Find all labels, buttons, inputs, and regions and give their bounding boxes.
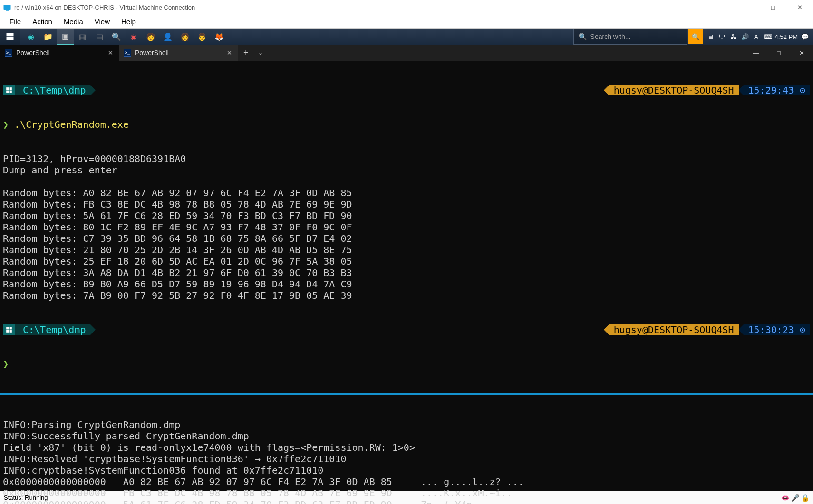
tray-clock[interactable]: 4:52 PM: [775, 33, 798, 40]
terminal-icon[interactable]: ▣: [57, 29, 74, 45]
prompt-path-segment: C:\Temp\dmp: [15, 324, 90, 335]
tab-close-icon[interactable]: ✕: [227, 49, 232, 57]
new-tab-button[interactable]: +: [238, 48, 254, 58]
command-line: ❯ .\CryptGenRandom.exe: [3, 119, 810, 130]
term-maximize-button[interactable]: □: [767, 45, 790, 61]
prompt-time-segment: 15:29:43 ⊙: [744, 85, 810, 95]
powershell-icon: >_: [124, 49, 131, 57]
tab-dropdown-button[interactable]: ⌄: [254, 49, 267, 56]
vm-maximize-button[interactable]: □: [760, 0, 786, 15]
edge-icon[interactable]: ◉: [22, 29, 39, 45]
svg-rect-13: [10, 330, 12, 333]
svg-rect-5: [10, 37, 14, 40]
menu-file[interactable]: File: [4, 16, 27, 28]
svg-rect-3: [10, 33, 14, 37]
powershell-icon: >_: [5, 49, 12, 57]
taskbar-pinned-apps: ◉ 📁 ▣ ▦ ▤ 🔍 ◉ 🧑 👤 👩 👨 🦊: [22, 29, 228, 45]
magnifier-icon: 🔍: [692, 33, 699, 40]
vm-close-button[interactable]: ✕: [786, 0, 813, 15]
prompt-time-segment: 15:30:23 ⊙: [744, 324, 810, 335]
terminal-tab-1[interactable]: >_ PowerShell ✕: [0, 45, 119, 61]
vm-icon: [3, 3, 11, 12]
tray-text-icon[interactable]: A: [752, 33, 761, 40]
menu-view[interactable]: View: [89, 16, 116, 28]
firefox-icon[interactable]: 🦊: [211, 29, 228, 45]
terminal-window: >_ PowerShell ✕ >_ PowerShell ✕ + ⌄ — □ …: [0, 45, 813, 491]
search-app-icon[interactable]: 🔍: [108, 29, 125, 45]
tray-monitor-icon[interactable]: 🖥: [707, 33, 715, 40]
svg-rect-6: [6, 87, 9, 90]
prompt-path-segment: C:\Temp\dmp: [15, 85, 90, 95]
app-icon-2[interactable]: ▤: [91, 29, 108, 45]
explorer-icon[interactable]: 📁: [39, 29, 57, 45]
tab-close-icon[interactable]: ✕: [108, 49, 113, 57]
svg-rect-11: [10, 327, 12, 329]
terminal-output-top: PID=3132, hProv=00000188D6391BA0 Dump an…: [3, 153, 810, 301]
vm-minimize-button[interactable]: —: [733, 0, 760, 15]
start-button[interactable]: [0, 29, 20, 45]
search-placeholder: Search with...: [590, 33, 631, 40]
terminal-output-bottom: INFO:Parsing CryptGenRandom.dmp INFO:Suc…: [3, 419, 810, 504]
avatar-icon-4[interactable]: 👨: [194, 29, 211, 45]
prompt-os-segment: [3, 85, 15, 95]
status-lock-icon: 🔒: [801, 494, 809, 502]
app-icon-1[interactable]: ▦: [74, 29, 91, 45]
vm-status-text: Status: Running: [4, 494, 48, 501]
term-minimize-button[interactable]: —: [745, 45, 767, 61]
term-close-button[interactable]: ✕: [790, 45, 813, 61]
menu-action[interactable]: Action: [27, 16, 58, 28]
prompt-user-segment: hugsy@DESKTOP-SOUQ4SH: [609, 85, 739, 95]
prompt-os-segment: [3, 324, 15, 335]
round-red-icon[interactable]: ◉: [125, 29, 142, 45]
status-net-icon: 👄: [781, 494, 789, 502]
vm-window-title: re / win10-x64 on DESKTOP-CHRIS - Virtua…: [14, 4, 733, 11]
search-icon: 🔍: [579, 33, 587, 40]
svg-rect-10: [6, 327, 9, 329]
menu-media[interactable]: Media: [58, 16, 89, 28]
vm-titlebar: re / win10-x64 on DESKTOP-CHRIS - Virtua…: [0, 0, 813, 15]
menu-help[interactable]: Help: [116, 16, 142, 28]
svg-rect-0: [4, 5, 11, 10]
guest-taskbar: ◉ 📁 ▣ ▦ ▤ 🔍 ◉ 🧑 👤 👩 👨 🦊 🔍 Search with...…: [0, 29, 813, 45]
tab-label: PowerShell: [16, 49, 50, 57]
taskbar-search[interactable]: 🔍 Search with...: [573, 29, 687, 45]
avatar-icon-2[interactable]: 👤: [159, 29, 176, 45]
svg-rect-7: [10, 87, 12, 90]
tray-notifications-icon[interactable]: 💬: [801, 33, 809, 40]
svg-rect-4: [7, 37, 10, 40]
prompt-line: C:\Temp\dmp hugsy@DESKTOP-SOUQ4SH 15:29:…: [3, 85, 810, 96]
search-go-button[interactable]: 🔍: [688, 29, 703, 44]
terminal-body[interactable]: C:\Temp\dmp hugsy@DESKTOP-SOUQ4SH 15:29:…: [0, 61, 813, 504]
terminal-pane-bottom[interactable]: INFO:Parsing CryptGenRandom.dmp INFO:Suc…: [0, 393, 813, 504]
tray-ime-icon[interactable]: ⌨: [764, 33, 772, 40]
tray-shield-icon[interactable]: 🛡: [718, 33, 726, 40]
prompt-line: C:\Temp\dmp hugsy@DESKTOP-SOUQ4SH 15:30:…: [3, 324, 810, 335]
svg-rect-2: [7, 33, 10, 37]
terminal-tabbar: >_ PowerShell ✕ >_ PowerShell ✕ + ⌄ — □ …: [0, 45, 813, 61]
command-line: ❯: [3, 358, 810, 370]
system-tray: 🖥 🛡 🖧 🔊 A ⌨ 4:52 PM 💬: [703, 33, 813, 40]
svg-rect-8: [6, 91, 9, 93]
terminal-tab-2[interactable]: >_ PowerShell ✕: [119, 45, 238, 61]
taskbar-separator: [21, 31, 21, 42]
vm-menubar: File Action Media View Help: [0, 15, 813, 29]
tray-sound-icon[interactable]: 🔊: [741, 33, 749, 40]
status-mic-icon: 🎤: [791, 494, 799, 502]
avatar-icon-1[interactable]: 🧑: [142, 29, 159, 45]
tray-network-icon[interactable]: 🖧: [729, 33, 738, 40]
svg-rect-12: [6, 330, 9, 333]
svg-rect-1: [6, 10, 9, 11]
taskbar-separator: [572, 31, 572, 42]
svg-rect-9: [10, 91, 12, 93]
avatar-icon-3[interactable]: 👩: [176, 29, 194, 45]
terminal-pane-top[interactable]: C:\Temp\dmp hugsy@DESKTOP-SOUQ4SH 15:29:…: [0, 61, 813, 393]
prompt-user-segment: hugsy@DESKTOP-SOUQ4SH: [609, 324, 739, 335]
tab-label: PowerShell: [135, 49, 169, 57]
windows-icon: [6, 32, 14, 41]
